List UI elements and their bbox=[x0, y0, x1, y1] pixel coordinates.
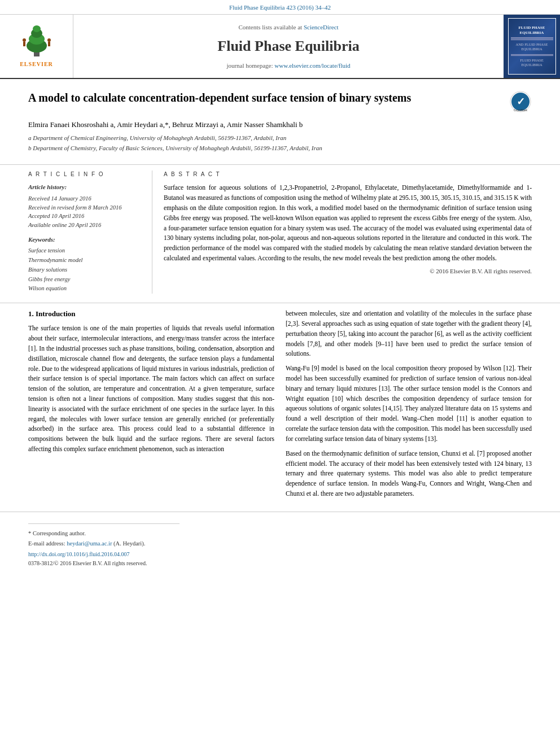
sciencedirect-link[interactable]: ScienceDirect bbox=[304, 24, 339, 30]
cover-decoration bbox=[511, 37, 553, 41]
homepage-text: journal homepage: bbox=[226, 62, 273, 69]
contents-text: Contents lists available at bbox=[238, 24, 302, 30]
intro-para4: Based on the thermodynamic definition of… bbox=[286, 449, 532, 499]
journal-citation: Fluid Phase Equilibria 423 (2016) 34–42 bbox=[229, 4, 331, 11]
journal-cover-section: FLUID PHASE EQUILIBRIA AND FLUID PHASE E… bbox=[504, 15, 560, 78]
available-date: Available online 20 April 2016 bbox=[28, 221, 141, 230]
journal-header: ELSEVIER Contents lists available at Sci… bbox=[0, 15, 560, 79]
article-body: 1. Introduction The surface tension is o… bbox=[0, 303, 560, 509]
body-left-col: 1. Introduction The surface tension is o… bbox=[28, 309, 274, 504]
revised-date: Received in revised form 8 March 2016 bbox=[28, 203, 141, 212]
contents-line: Contents lists available at ScienceDirec… bbox=[238, 23, 338, 32]
cover-decoration-2 bbox=[511, 54, 553, 56]
body-right-col: between molecules, size and orientation … bbox=[286, 309, 532, 504]
intro-body-text-right: between molecules, size and orientation … bbox=[286, 309, 532, 499]
cover-subtitle: AND FLUID PHASE EQUILIBRIA bbox=[511, 42, 553, 52]
abstract-col: A B S T R A C T Surface tension for aque… bbox=[152, 171, 532, 294]
affiliation-b: b Department of Chemistry, Faculty of Ba… bbox=[28, 144, 532, 152]
journal-title-section: Contents lists available at ScienceDirec… bbox=[73, 15, 504, 78]
title-row: A model to calculate concentration-depen… bbox=[28, 90, 532, 113]
received-date: Received 14 January 2016 bbox=[28, 194, 141, 203]
issn-line: 0378-3812/© 2016 Elsevier B.V. All right… bbox=[28, 560, 532, 567]
affiliation-a: a Department of Chemical Engineering, Un… bbox=[28, 134, 532, 142]
article-title-section: A model to calculate concentration-depen… bbox=[0, 79, 560, 160]
history-label: Article history: bbox=[28, 183, 141, 191]
svg-text:CrossMark: CrossMark bbox=[514, 108, 528, 112]
keyword-5: Wilson equation bbox=[28, 284, 141, 294]
corresponding-note: * Corresponding author. bbox=[28, 530, 532, 538]
cover-title-2: FLUID PHASE EQUILIBRIA bbox=[511, 58, 553, 68]
abstract-label: A B S T R A C T bbox=[164, 171, 532, 178]
email-label: E-mail address: bbox=[28, 540, 65, 547]
intro-para2: between molecules, size and orientation … bbox=[286, 309, 532, 359]
footer-section: * Corresponding author. E-mail address: … bbox=[0, 512, 560, 571]
keyword-3: Binary solutions bbox=[28, 265, 141, 275]
keyword-4: Gibbs free energy bbox=[28, 275, 141, 285]
article-info-label: A R T I C L E I N F O bbox=[28, 171, 141, 178]
journal-cover: FLUID PHASE EQUILIBRIA AND FLUID PHASE E… bbox=[508, 18, 556, 75]
svg-point-7 bbox=[47, 38, 51, 42]
keyword-2: Thermodynamic model bbox=[28, 256, 141, 265]
article-info-col: A R T I C L E I N F O Article history: R… bbox=[28, 171, 152, 294]
footer-divider bbox=[28, 523, 180, 524]
elsevier-logo: ELSEVIER bbox=[14, 24, 59, 68]
intro-body-text: The surface tension is one of the main p… bbox=[28, 324, 274, 455]
elsevier-logo-section: ELSEVIER bbox=[0, 15, 73, 78]
homepage-line: journal homepage: www.elsevier.com/locat… bbox=[226, 62, 350, 70]
authors-text: Elmira Fanaei Khosroshahi a, Amir Heydar… bbox=[28, 120, 303, 129]
email-person: (A. Heydari). bbox=[113, 540, 145, 547]
email-address[interactable]: heydari@uma.ac.ir bbox=[67, 540, 112, 547]
svg-rect-8 bbox=[48, 42, 50, 46]
section-title: Introduction bbox=[36, 309, 76, 318]
abstract-text: Surface tension for aqueous solutions of… bbox=[164, 183, 532, 264]
intro-heading: 1. Introduction bbox=[28, 309, 274, 319]
authors-line: Elmira Fanaei Khosroshahi a, Amir Heydar… bbox=[28, 120, 532, 130]
journal-title: Fluid Phase Equilibria bbox=[217, 36, 359, 56]
elsevier-tree-icon bbox=[14, 24, 59, 58]
elsevier-label: ELSEVIER bbox=[20, 60, 53, 68]
section-number: 1. bbox=[28, 309, 34, 318]
homepage-link[interactable]: www.elsevier.com/locate/fluid bbox=[274, 62, 350, 69]
crossmark-badge[interactable]: ✓ CrossMark bbox=[509, 90, 532, 113]
cover-title: FLUID PHASE EQUILIBRIA bbox=[511, 25, 553, 35]
article-info-abstract-section: A R T I C L E I N F O Article history: R… bbox=[0, 164, 560, 299]
svg-point-5 bbox=[23, 38, 26, 42]
body-two-col: 1. Introduction The surface tension is o… bbox=[28, 309, 532, 504]
accepted-date: Accepted 10 April 2016 bbox=[28, 212, 141, 221]
svg-point-4 bbox=[33, 25, 41, 32]
intro-para3: Wang-Fu [9] model is based on the local … bbox=[286, 364, 532, 444]
corresponding-label: * Corresponding author. bbox=[28, 530, 86, 536]
journal-bar: Fluid Phase Equilibria 423 (2016) 34–42 bbox=[0, 0, 560, 15]
email-note: E-mail address: heydari@uma.ac.ir (A. He… bbox=[28, 540, 532, 548]
keyword-1: Surface tension bbox=[28, 246, 141, 256]
keywords-label: Keywords: bbox=[28, 235, 141, 244]
copyright: © 2016 Elsevier B.V. All rights reserved… bbox=[164, 267, 532, 276]
intro-para1: The surface tension is one of the main p… bbox=[28, 324, 274, 455]
article-title: A model to calculate concentration-depen… bbox=[28, 90, 509, 105]
svg-rect-6 bbox=[23, 42, 25, 46]
doi-line[interactable]: http://dx.doi.org/10.1016/j.fluid.2016.0… bbox=[28, 551, 532, 558]
svg-text:✓: ✓ bbox=[517, 96, 525, 107]
